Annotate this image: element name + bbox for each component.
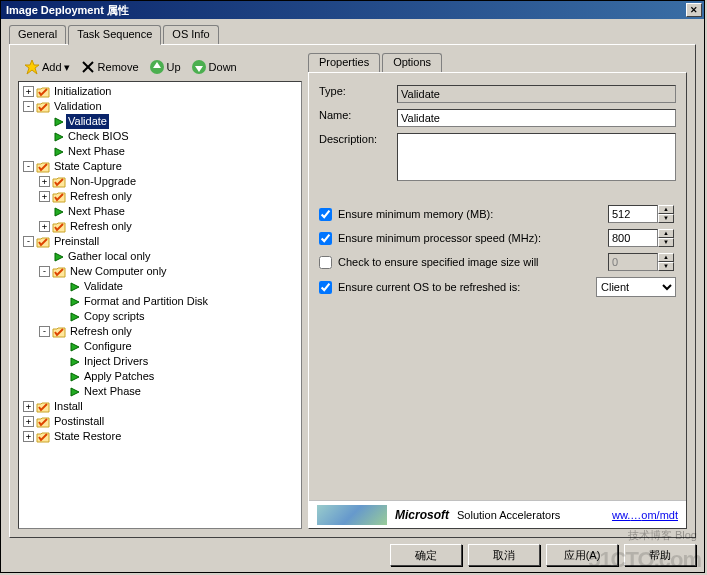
step-icon	[52, 146, 64, 158]
tree-expander[interactable]: +	[23, 86, 34, 97]
remove-button[interactable]: Remove	[76, 57, 143, 77]
footer-strip: Microsoft Solution Accelerators ww.…om/m…	[309, 500, 686, 528]
tree-container[interactable]: +Initialization-ValidationValidateCheck …	[18, 81, 302, 529]
tree-item-label: State Restore	[52, 429, 123, 444]
cpu-input[interactable]	[608, 229, 658, 247]
spin-up-icon[interactable]: ▲	[658, 205, 674, 214]
step-icon	[68, 371, 80, 383]
os-checkbox[interactable]	[319, 281, 332, 294]
tree-expander[interactable]: -	[39, 326, 50, 337]
spin-down-icon: ▼	[658, 262, 674, 271]
mem-spinner[interactable]: ▲▼	[608, 205, 676, 223]
cancel-button[interactable]: 取消	[468, 544, 540, 566]
tree-item[interactable]: +Refresh only	[39, 189, 299, 204]
tree-item[interactable]: Copy scripts	[55, 309, 299, 324]
tree-expander[interactable]: +	[23, 416, 34, 427]
arrow-up-icon	[149, 59, 165, 75]
tree-expander[interactable]: +	[23, 401, 34, 412]
tree-item[interactable]: +Initialization	[23, 84, 299, 99]
type-field	[397, 85, 676, 103]
tree-item[interactable]: -Refresh only	[39, 324, 299, 339]
tree-item[interactable]: Inject Drivers	[55, 354, 299, 369]
outer-tabs: General Task Sequence OS Info	[9, 25, 696, 45]
tab-properties[interactable]: Properties	[308, 53, 380, 73]
dialog-buttons: 确定 取消 应用(A) 帮助	[390, 544, 696, 566]
svg-marker-14	[71, 313, 79, 321]
name-field[interactable]	[397, 109, 676, 127]
tree-item-label: Configure	[82, 339, 134, 354]
ok-button[interactable]: 确定	[390, 544, 462, 566]
step-icon	[68, 296, 80, 308]
up-button[interactable]: Up	[145, 57, 185, 77]
tree-expander[interactable]: +	[39, 191, 50, 202]
titlebar: Image Deployment 属性 ✕	[1, 1, 704, 19]
tree-item[interactable]: Format and Partition Disk	[55, 294, 299, 309]
cpu-checkbox[interactable]	[319, 232, 332, 245]
tree-item-label: State Capture	[52, 159, 124, 174]
tree-item[interactable]: +Postinstall	[23, 414, 299, 429]
svg-marker-18	[71, 388, 79, 396]
tree-item[interactable]: Validate	[39, 114, 299, 129]
tab-os-info[interactable]: OS Info	[163, 25, 218, 45]
tree-item-label: Install	[52, 399, 85, 414]
sol-acc-text: Solution Accelerators	[457, 509, 560, 521]
tree-expander[interactable]: +	[23, 431, 34, 442]
step-icon	[52, 131, 64, 143]
tab-general[interactable]: General	[9, 25, 66, 45]
tree-expander[interactable]: -	[23, 236, 34, 247]
add-button[interactable]: Add ▾	[20, 57, 74, 77]
tree-item[interactable]: +Non-Upgrade	[39, 174, 299, 189]
tree-item[interactable]: -Validation	[23, 99, 299, 114]
tab-options[interactable]: Options	[382, 53, 442, 73]
content-area: General Task Sequence OS Info Add ▾ Remo…	[1, 19, 704, 572]
tree-item[interactable]: Validate	[55, 279, 299, 294]
properties-panel: Type: Name: Description:	[308, 72, 687, 529]
os-combo[interactable]: Client	[596, 277, 676, 297]
tab-task-sequence[interactable]: Task Sequence	[68, 25, 161, 45]
x-icon	[80, 59, 96, 75]
img-checkbox[interactable]	[319, 256, 332, 269]
tree-expander[interactable]: +	[39, 176, 50, 187]
task-tree: +Initialization-ValidationValidateCheck …	[21, 84, 299, 444]
tree-expander[interactable]: -	[23, 101, 34, 112]
down-button[interactable]: Down	[187, 57, 241, 77]
step-icon	[68, 341, 80, 353]
tree-item[interactable]: Next Phase	[55, 384, 299, 399]
tree-item[interactable]: Next Phase	[39, 204, 299, 219]
star-icon	[24, 59, 40, 75]
mdt-link[interactable]: ww.…om/mdt	[612, 509, 678, 521]
tree-item[interactable]: -State Capture	[23, 159, 299, 174]
mem-checkbox[interactable]	[319, 208, 332, 221]
tree-item[interactable]: Configure	[55, 339, 299, 354]
cpu-spinner[interactable]: ▲▼	[608, 229, 676, 247]
tree-item[interactable]: +Install	[23, 399, 299, 414]
tree-item-label: Refresh only	[68, 219, 134, 234]
tree-item[interactable]: Next Phase	[39, 144, 299, 159]
folder-icon	[52, 176, 66, 188]
tree-expander[interactable]: -	[39, 266, 50, 277]
apply-button[interactable]: 应用(A)	[546, 544, 618, 566]
close-button[interactable]: ✕	[686, 3, 702, 17]
tree-item[interactable]: +Refresh only	[39, 219, 299, 234]
tree-item[interactable]: Gather local only	[39, 249, 299, 264]
tree-item[interactable]: Check BIOS	[39, 129, 299, 144]
tree-item[interactable]: -Preinstall	[23, 234, 299, 249]
tree-toolbar: Add ▾ Remove Up Down	[18, 53, 302, 81]
tree-expander[interactable]: -	[23, 161, 34, 172]
tree-item[interactable]: Apply Patches	[55, 369, 299, 384]
svg-marker-0	[25, 60, 39, 74]
tree-item-label: New Computer only	[68, 264, 169, 279]
tree-item[interactable]: +State Restore	[23, 429, 299, 444]
mem-input[interactable]	[608, 205, 658, 223]
tree-item-label: Copy scripts	[82, 309, 147, 324]
tree-item[interactable]: -New Computer only	[39, 264, 299, 279]
spin-down-icon[interactable]: ▼	[658, 214, 674, 223]
spin-up-icon[interactable]: ▲	[658, 229, 674, 238]
spin-down-icon[interactable]: ▼	[658, 238, 674, 247]
left-pane: Add ▾ Remove Up Down	[18, 53, 302, 529]
tree-item-label: Refresh only	[68, 189, 134, 204]
desc-field[interactable]	[397, 133, 676, 181]
tree-expander[interactable]: +	[39, 221, 50, 232]
help-button[interactable]: 帮助	[624, 544, 696, 566]
tree-item-label: Apply Patches	[82, 369, 156, 384]
